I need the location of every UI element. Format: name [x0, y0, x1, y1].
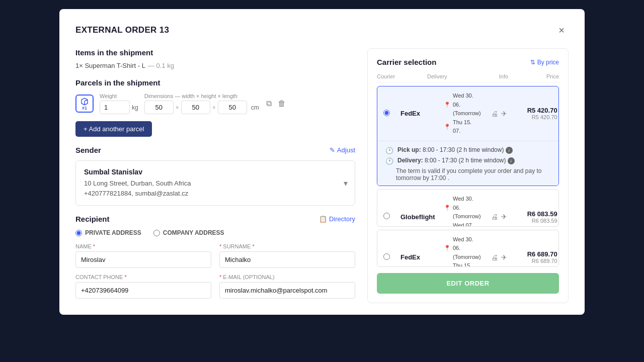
pin-icon4: 📍 — [444, 226, 451, 227]
items-section-title: Items in the shipment — [75, 48, 355, 57]
pin-icon3: 📍 — [444, 204, 451, 213]
recipient-section-header: Recipient 📋 Directory — [75, 215, 355, 223]
recipient-section-title: Recipient — [75, 215, 110, 223]
edit-order-button[interactable]: EDIT ORDER — [377, 273, 559, 294]
surname-label: * SURNAME * — [219, 243, 355, 249]
surname-input[interactable] — [219, 251, 355, 268]
sort-by-price-button[interactable]: ⇅ By price — [530, 59, 559, 66]
carrier-detail-fedex1: 🕐 Pick up: 8:00 - 17:30 (2 h time window… — [377, 141, 558, 186]
info-icon-pickup: i — [506, 147, 513, 154]
carrier-item-globeflight[interactable]: Globeflight 📍 Wed 30. 06. (Tomorrow) 📍 W… — [377, 189, 559, 226]
email-field: * E-MAIL (OPTIONAL) — [219, 274, 355, 299]
length-input[interactable] — [218, 101, 247, 114]
sender-contact: +420777821884, sumbal@zaslat.cz — [84, 189, 347, 199]
carrier-main-row-fedex1: FedEx 📍 Wed 30. 06. (Tomorrow) 📍 Thu 15.… — [377, 86, 558, 141]
carrier-panel: Carrier selection ⇅ By price Courier Del… — [367, 48, 569, 305]
edit-icon: ✎ — [330, 146, 335, 154]
parcel-icon: #1 — [75, 95, 94, 113]
plane-icon3: ✈ — [501, 213, 507, 221]
detail-note: The term is valid if you complete your o… — [385, 167, 550, 182]
carrier-delivery-globeflight: 📍 Wed 30. 06. (Tomorrow) 📍 Wed 07. 07. — [444, 195, 481, 226]
carrier-header: Carrier selection ⇅ By price — [377, 58, 559, 66]
dim-unit: cm — [251, 104, 259, 111]
add-parcel-button[interactable]: + Add another parcel — [75, 121, 152, 137]
name-input[interactable] — [75, 251, 211, 268]
modal-header: EXTERNAL ORDER 13 × — [75, 23, 569, 37]
carrier-icons-fedex2: 🖨 ✈ — [484, 253, 514, 261]
carrier-main-row-fedex2: FedEx 📍 Wed 30. 06. (Tomorrow) 📍 Thu 15.… — [377, 230, 558, 267]
sender-name: Sumbal Stanislav — [84, 168, 347, 176]
chevron-down-icon: ▾ — [344, 178, 348, 188]
name-field: NAME * — [75, 243, 211, 268]
private-address-label: PRIVATE ADDRESS — [85, 229, 141, 236]
item-weight: — 0.1 kg — [148, 62, 174, 69]
carrier-name-fedex1: FedEx — [400, 110, 441, 117]
width-input[interactable] — [144, 101, 174, 114]
parcel-row: #1 Weight kg Dimensions — width × height… — [75, 93, 355, 114]
carrier-icons-globeflight: 🖨 ✈ — [484, 213, 514, 221]
print-icon3: 🖨 — [491, 213, 498, 221]
close-button[interactable]: × — [554, 23, 569, 37]
phone-input[interactable] — [75, 282, 211, 299]
phone-field: CONTACT PHONE * — [75, 274, 211, 299]
delivery-time-row: 🕐 Delivery: 8:00 - 17:30 (2 h time windo… — [385, 157, 550, 165]
price-sub-fedex2: R6 689.70 — [517, 258, 557, 264]
company-address-option[interactable]: COMPANY ADDRESS — [153, 229, 224, 236]
detail-divider — [385, 186, 550, 186]
carrier-delivery-fedex2: 📍 Wed 30. 06. (Tomorrow) 📍 Thu 15. 07. — [444, 235, 481, 267]
name-label: NAME * — [75, 243, 211, 249]
carrier-col-headers: Courier Delivery Info Price — [377, 73, 559, 83]
email-input[interactable] — [219, 282, 355, 299]
clock-icon: 🕐 — [385, 147, 393, 154]
directory-button[interactable]: 📋 Directory — [319, 215, 355, 223]
pin-icon2: 📍 — [444, 123, 451, 132]
price-sub-globeflight: R6 083.59 — [517, 218, 557, 224]
dimensions-label: Dimensions — width × height × length — [144, 93, 259, 99]
dimensions-field: Dimensions — width × height × length × ×… — [144, 93, 259, 114]
phone-label: CONTACT PHONE * — [75, 274, 211, 280]
name-row: NAME * * SURNAME * — [75, 243, 355, 268]
carrier-price-fedex2: R6 689.70 R6 689.70 — [517, 250, 557, 264]
carrier-radio-globeflight[interactable] — [383, 212, 397, 221]
print-icon4: 🖨 — [491, 253, 498, 261]
height-input[interactable] — [181, 101, 210, 114]
sender-section-header: Sender ✎ Adjust — [75, 146, 355, 154]
left-panel: Items in the shipment 1× Superman T-Shir… — [75, 48, 355, 305]
carrier-radio-fedex1[interactable] — [383, 109, 397, 118]
carrier-item-fedex2[interactable]: FedEx 📍 Wed 30. 06. (Tomorrow) 📍 Thu 15.… — [377, 230, 559, 267]
modal-body: Items in the shipment 1× Superman T-Shir… — [75, 48, 569, 305]
col-courier: Courier — [377, 73, 427, 79]
carrier-name-fedex2: FedEx — [400, 253, 441, 261]
weight-input[interactable] — [100, 101, 130, 114]
delete-parcel-button[interactable]: 🗑 — [277, 98, 287, 109]
sender-address: 10 Long Street, Durban, South Africa — [84, 178, 347, 189]
shipment-item: 1× Superman T-Shirt - L — 0.1 kg — [75, 62, 355, 69]
carrier-icons-fedex1: 🖨 ✈ — [484, 110, 514, 118]
duplicate-parcel-button[interactable]: ⧉ — [265, 98, 273, 109]
price-main-fedex2: R6 689.70 — [517, 250, 557, 258]
carrier-main-row-globeflight: Globeflight 📍 Wed 30. 06. (Tomorrow) 📍 W… — [377, 190, 558, 226]
email-label: * E-MAIL (OPTIONAL) — [219, 274, 355, 280]
surname-field: * SURNAME * — [219, 243, 355, 268]
carrier-item-fedex1[interactable]: FedEx 📍 Wed 30. 06. (Tomorrow) 📍 Thu 15.… — [377, 86, 559, 186]
plane-icon: ✈ — [501, 110, 507, 118]
contact-row: CONTACT PHONE * * E-MAIL (OPTIONAL) — [75, 274, 355, 299]
carrier-radio-fedex2[interactable] — [383, 253, 397, 262]
private-address-option[interactable]: PRIVATE ADDRESS — [75, 229, 141, 236]
col-price: Price — [519, 73, 559, 79]
plane-icon4: ✈ — [501, 253, 507, 261]
clock-icon2: 🕐 — [385, 157, 393, 165]
external-order-modal: EXTERNAL ORDER 13 × Items in the shipmen… — [59, 9, 585, 315]
book-icon: 📋 — [319, 215, 327, 223]
col-info: Info — [489, 73, 519, 79]
pickup-row: 🕐 Pick up: 8:00 - 17:30 (2 h time window… — [385, 146, 550, 154]
carrier-list: FedEx 📍 Wed 30. 06. (Tomorrow) 📍 Thu 15.… — [377, 86, 559, 267]
adjust-sender-button[interactable]: ✎ Adjust — [330, 146, 355, 154]
price-main-fedex1: R5 420.70 — [517, 107, 557, 114]
info-icon-delivery: i — [508, 157, 515, 164]
weight-label: Weight — [100, 93, 138, 99]
weight-unit: kg — [132, 104, 138, 111]
pin-icon6: 📍 — [444, 266, 451, 267]
sort-icon: ⇅ — [530, 59, 535, 66]
sender-section-title: Sender — [75, 146, 101, 154]
